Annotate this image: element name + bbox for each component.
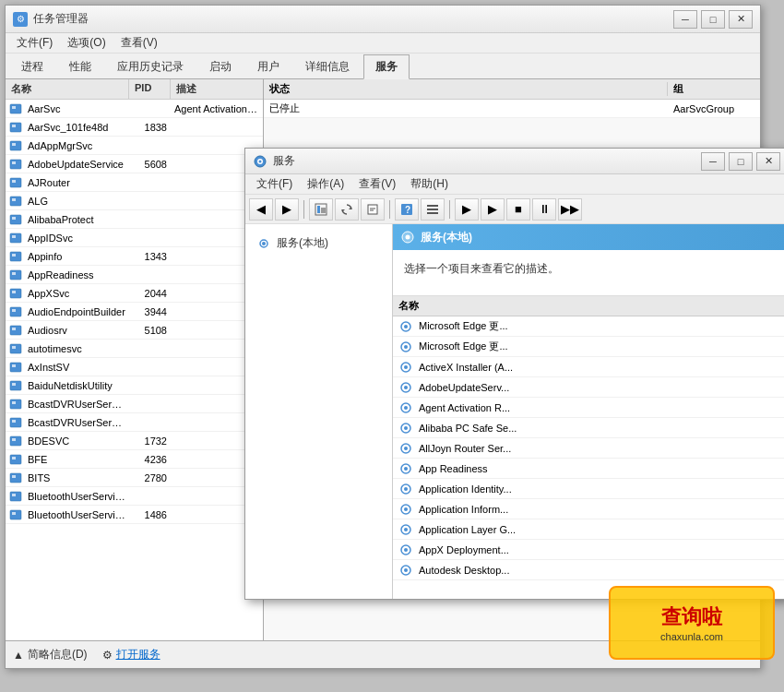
table-row[interactable]: AppIDSvc bbox=[6, 229, 263, 247]
toolbar-back-button[interactable]: ◀ bbox=[249, 198, 273, 221]
table-row[interactable]: BDESVC 1732 bbox=[6, 432, 263, 450]
toolbar-view-button[interactable] bbox=[421, 198, 445, 221]
table-row[interactable]: BFE 4236 bbox=[6, 450, 263, 469]
menu-view[interactable]: 查看(V) bbox=[113, 33, 165, 53]
watermark: 查询啦 chaxunla.com bbox=[609, 586, 775, 660]
tab-process[interactable]: 进程 bbox=[9, 54, 55, 78]
service-gear-icon bbox=[398, 461, 413, 476]
service-gear-icon bbox=[398, 360, 413, 375]
group-value: AarSvcGroup bbox=[668, 103, 760, 114]
tab-details[interactable]: 详细信息 bbox=[293, 54, 362, 78]
list-item[interactable]: AppX Deployment... bbox=[393, 540, 784, 560]
right-col-name-header: 名称 bbox=[398, 299, 419, 313]
list-item[interactable]: Application Inform... bbox=[393, 499, 784, 519]
list-item[interactable]: Microsoft Edge 更... bbox=[393, 337, 784, 357]
table-row[interactable]: AdobeUpdateService 5608 bbox=[6, 155, 263, 173]
table-row[interactable]: BluetoothUserService bbox=[6, 487, 263, 506]
menu-file[interactable]: 文件(F) bbox=[9, 33, 60, 53]
table-row[interactable]: AdAppMgrSvc bbox=[6, 137, 263, 155]
open-services-button[interactable]: ⚙ 打开服务 bbox=[102, 647, 160, 662]
table-row[interactable]: AxInstSV bbox=[6, 358, 263, 376]
svg-rect-29 bbox=[12, 364, 16, 367]
table-row[interactable]: autotimesvc bbox=[6, 340, 263, 358]
svg-rect-50 bbox=[317, 206, 320, 213]
minimize-button[interactable]: ─ bbox=[673, 10, 697, 29]
table-row[interactable]: AppReadiness bbox=[6, 266, 263, 284]
table-row[interactable]: BcastDVRUserService_10... bbox=[6, 413, 263, 432]
table-row[interactable]: BcastDVRUserService bbox=[6, 395, 263, 413]
list-item[interactable]: AdobeUpdateServ... bbox=[393, 377, 784, 398]
list-item[interactable]: Application Layer G... bbox=[393, 519, 784, 540]
window-controls: ─ □ ✕ bbox=[673, 10, 753, 29]
services-close-button[interactable]: ✕ bbox=[756, 152, 780, 171]
svg-rect-51 bbox=[321, 208, 326, 213]
tab-app-history[interactable]: 应用历史记录 bbox=[105, 54, 196, 78]
summary-label: 简略信息(D) bbox=[28, 647, 88, 662]
status-value: 已停止 bbox=[264, 101, 668, 115]
services-maximize-button[interactable]: □ bbox=[729, 152, 753, 171]
table-row[interactable]: BluetoothUserService_10... 1486 bbox=[6, 506, 263, 524]
services-icon: ⚙ bbox=[102, 649, 113, 662]
maximize-button[interactable]: □ bbox=[701, 10, 725, 29]
toolbar-play-button[interactable]: ▶ bbox=[455, 198, 479, 221]
service-icon bbox=[7, 211, 24, 228]
list-item[interactable]: AllJoyn Router Ser... bbox=[393, 438, 784, 459]
toolbar-refresh-button[interactable] bbox=[335, 198, 359, 221]
list-item[interactable]: Autodesk Desktop... bbox=[393, 560, 784, 580]
service-icon bbox=[7, 396, 24, 412]
list-item[interactable]: Agent Activation R... bbox=[393, 398, 784, 418]
toolbar-pause-button[interactable]: ⏸ bbox=[532, 198, 556, 221]
svg-point-75 bbox=[404, 406, 408, 410]
table-row[interactable]: Appinfo 1343 bbox=[6, 247, 263, 266]
table-row[interactable]: AlibabaProtect bbox=[6, 210, 263, 229]
services-menu-help[interactable]: 帮助(H) bbox=[403, 174, 456, 194]
toolbar-play2-button[interactable]: ▶ bbox=[481, 198, 505, 221]
table-row[interactable]: AJRouter bbox=[6, 173, 263, 192]
services-description-area: 选择一个项目来查看它的描述。 bbox=[393, 250, 784, 296]
list-item[interactable]: Alibaba PC Safe Se... bbox=[393, 418, 784, 438]
right-services-list: Microsoft Edge 更... Microsoft Edge 更... bbox=[393, 316, 784, 599]
toolbar-export-button[interactable] bbox=[361, 198, 385, 221]
services-menu-file[interactable]: 文件(F) bbox=[249, 174, 300, 194]
summary-toggle[interactable]: ▲ 简略信息(D) bbox=[13, 647, 88, 662]
tab-users[interactable]: 用户 bbox=[245, 54, 291, 78]
services-minimize-button[interactable]: ─ bbox=[701, 152, 725, 171]
table-row[interactable]: BITS 2780 bbox=[6, 469, 263, 487]
toolbar-show-console-button[interactable] bbox=[309, 198, 333, 221]
toolbar-separator-1 bbox=[303, 200, 304, 219]
list-item[interactable]: Application Identity... bbox=[393, 479, 784, 499]
services-content: 服务(本地) 服务(本地) 选择一个项目来查看它的描述。 名称 bbox=[245, 224, 784, 599]
list-item[interactable]: App Readiness bbox=[393, 459, 784, 479]
table-row[interactable]: AarSvc_101fe48d 1838 bbox=[6, 118, 263, 137]
toolbar-help-button[interactable]: ? bbox=[395, 198, 419, 221]
close-button[interactable]: ✕ bbox=[729, 10, 753, 29]
list-item[interactable]: ActiveX Installer (A... bbox=[393, 357, 784, 377]
tab-services[interactable]: 服务 bbox=[363, 54, 410, 79]
services-menu-action[interactable]: 操作(A) bbox=[300, 174, 351, 194]
col-pid[interactable]: PID bbox=[129, 79, 171, 99]
tab-startup[interactable]: 启动 bbox=[197, 54, 244, 78]
service-icon bbox=[7, 137, 24, 154]
toolbar-stop-button[interactable]: ■ bbox=[506, 198, 530, 221]
table-row[interactable]: Audiosrv 5108 bbox=[6, 321, 263, 340]
svg-rect-19 bbox=[12, 272, 16, 275]
col-desc[interactable]: 描述 bbox=[171, 79, 263, 99]
table-row[interactable]: ALG bbox=[6, 192, 263, 210]
svg-rect-60 bbox=[427, 209, 438, 210]
nav-item-local[interactable]: 服务(本地) bbox=[253, 232, 385, 255]
svg-rect-41 bbox=[12, 475, 16, 478]
list-item[interactable]: Microsoft Edge 更... bbox=[393, 316, 784, 337]
table-row[interactable]: AudioEndpointBuilder 3944 bbox=[6, 303, 263, 321]
table-row[interactable]: AarSvc Agent Activation Runtime bbox=[6, 100, 263, 118]
services-menu-view[interactable]: 查看(V) bbox=[351, 174, 403, 194]
toolbar-forward-button[interactable]: ▶ bbox=[275, 198, 299, 221]
table-row[interactable]: AppXSvc 2044 bbox=[6, 284, 263, 303]
menu-options[interactable]: 选项(O) bbox=[60, 33, 113, 53]
toolbar-resume-button[interactable]: ▶▶ bbox=[558, 198, 582, 221]
tab-performance[interactable]: 性能 bbox=[57, 54, 103, 78]
service-gear-icon bbox=[398, 543, 413, 557]
svg-point-71 bbox=[404, 365, 408, 369]
services-main-panel: 服务(本地) 选择一个项目来查看它的描述。 名称 Microso bbox=[393, 224, 784, 599]
table-row[interactable]: BaiduNetdiskUtility bbox=[6, 376, 263, 395]
col-name[interactable]: 名称 bbox=[6, 79, 129, 99]
